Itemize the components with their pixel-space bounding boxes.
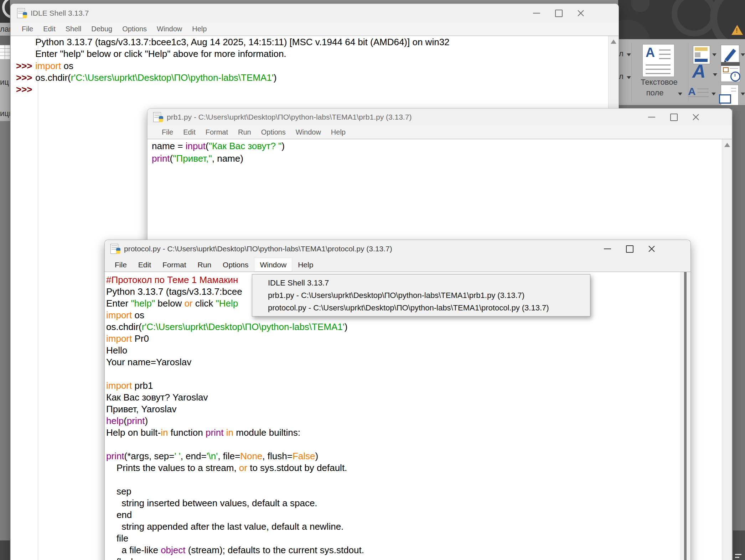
code-line: file [106,533,128,545]
menu-item-run[interactable]: Run [233,125,256,139]
menu-item-file[interactable]: File [157,125,178,139]
object-icon[interactable] [721,85,739,105]
code-line: #Протокол по Теме 1 Мамакин [106,274,238,286]
menu-item-format[interactable]: Format [201,125,233,139]
prb1-scrollbar[interactable] [722,139,732,560]
window-title: IDLE Shell 3.13.7 [31,9,89,17]
code-line: Enter "help" below or click "Help [106,298,238,310]
code-line: end [106,509,132,521]
code-line: Python 3.13.7 (tags/v3.13.7:bcee [106,286,242,298]
decorative-circle-icon [631,0,650,12]
dropdown-arrow-icon [712,53,716,56]
menu-item-file[interactable]: File [109,258,133,272]
minimize-button[interactable] [526,6,548,21]
menu-item-options[interactable]: Options [217,258,254,272]
code-line: flush [106,556,136,560]
dropdown-arrow-icon [713,73,717,76]
scrollbar-thumb[interactable] [684,272,687,560]
menu-item-edit[interactable]: Edit [38,22,60,36]
maximize-button[interactable] [548,6,570,21]
word-left-ribbon-tab-strip: лав [0,23,10,36]
close-button[interactable] [641,241,663,256]
code-line: import os [106,310,144,321]
code-line: Привет, Yaroslav [106,404,177,415]
ribbon-button-fragment[interactable]: л [619,72,624,81]
maximize-button[interactable] [619,241,641,256]
menu-item-format[interactable]: Format [157,258,192,272]
code-line: name = input("Как Вас зовут? ") [152,141,285,152]
close-button[interactable] [685,110,707,125]
menu-item-edit[interactable]: Edit [133,258,157,272]
window-controls [526,6,592,21]
window-controls [596,241,663,256]
table-grid-icon[interactable] [0,45,10,60]
python-file-icon [110,244,120,254]
maximize-button[interactable] [663,110,685,125]
decorative-circle-icon [2,0,10,19]
word-left-dark-band [0,36,10,45]
shell-prompt: >>> [16,61,32,72]
code-line: Your name=Yaroslav [106,357,191,368]
menu-item-file[interactable]: File [17,22,38,36]
close-button[interactable] [570,6,592,21]
minimize-button[interactable] [641,110,663,125]
word-left-titlebar [0,0,10,23]
shell-prompt-column: >>>>>>>>> [11,36,38,560]
scroll-up-icon[interactable] [611,40,616,44]
protocol-scrollbar[interactable] [681,272,690,560]
close-icon [648,245,655,252]
shell-prompt: >>> [16,84,32,96]
code-line: sep [106,486,131,498]
dropdown-arrow-icon [678,93,682,95]
python-file-icon [153,112,163,122]
window-menu-item-2[interactable]: protocol.py - C:\Users\uprkt\Desktop\ПО\… [252,302,590,314]
code-line: os.chdir(r'C:\Users\uprkt\Desktop\ПО\pyt… [106,321,347,333]
textbox-button-label: поле [628,88,682,98]
code-line: Enter "help" below or click "Help" above… [35,48,286,60]
ribbon-button-fragment[interactable]: л [619,49,624,58]
word-titlebar: ! [618,0,745,39]
wordart-icon[interactable]: A [692,61,706,81]
word-left-document-area [0,121,10,540]
menu-item-window[interactable]: Window [152,22,187,36]
dropdown-arrow-icon [741,53,745,56]
code-line: Hello [106,345,127,357]
code-line: Prints the values to a stream, or to sys… [106,462,347,474]
menu-item-shell[interactable]: Shell [61,22,86,36]
decorative-circle-icon [618,20,650,39]
ribbon-label-fragment: иц [0,78,9,87]
window-menu-item-1[interactable]: prb1.py - C:\Users\uprkt\Desktop\ПО\pyth… [252,289,590,302]
menu-item-debug[interactable]: Debug [86,22,117,36]
menu-item-window[interactable]: Window [291,125,326,139]
dropdown-arrow-icon [741,93,745,95]
dropdown-arrow-icon [712,93,716,95]
dropdown-arrow-icon [627,76,631,79]
window-menu-item-0[interactable]: IDLE Shell 3.13.7 [252,277,590,289]
date-time-icon[interactable] [721,62,740,82]
word-left-ribbon-body: иц ицы [0,59,10,121]
close-icon [692,114,699,121]
menu-item-run[interactable]: Run [192,258,217,272]
ribbon-tab-fragment: лав [0,25,10,34]
menu-item-window[interactable]: Window [254,258,292,272]
code-line: Help on built-in function print in modul… [106,427,300,439]
code-line: os.chdir(r'C:\Users\uprkt\Desktop\ПО\pyt… [35,72,276,84]
shell-menubar: FileEditShellDebugOptionsWindowHelp [11,22,619,36]
code-line: help(print) [106,415,148,427]
menu-item-options[interactable]: Options [117,22,152,36]
python-file-icon [17,8,27,18]
textbox-button-label: Текстовое [632,78,686,87]
word-statusbar-corner [733,530,745,560]
window-controls [641,110,707,125]
dropdown-arrow-icon [627,53,631,56]
minimize-button[interactable] [596,241,619,256]
menu-item-help[interactable]: Help [292,258,319,272]
scroll-up-icon[interactable] [724,143,730,147]
menu-item-options[interactable]: Options [256,125,291,139]
menu-item-help[interactable]: Help [187,22,212,36]
warning-triangle-icon[interactable]: ! [731,25,743,35]
code-line: import prb1 [106,380,153,392]
menu-item-edit[interactable]: Edit [178,125,200,139]
prb1-menubar: FileEditFormatRunOptionsWindowHelp [148,125,732,139]
menu-item-help[interactable]: Help [326,125,351,139]
